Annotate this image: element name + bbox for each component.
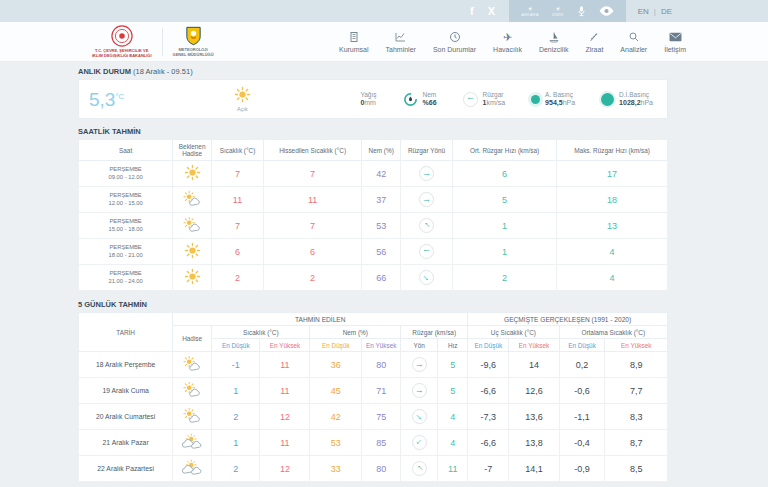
nav-item-denizcilik[interactable]: Denizcilik xyxy=(539,31,569,53)
city-weather-ankara[interactable]: ☀ ANKARA xyxy=(521,6,539,17)
daily-avg-min-cell: -0,4 xyxy=(559,430,605,456)
hourly-time-cell: PERŞEMBE21.00 - 24.00 xyxy=(79,265,173,291)
facebook-icon[interactable]: f xyxy=(470,6,474,17)
lang-en[interactable]: EN xyxy=(638,7,649,16)
daily-hum-min-cell: 36 xyxy=(310,352,362,378)
pressure-dot-large-icon xyxy=(601,93,614,106)
nav-item-tahminler[interactable]: Tahminler xyxy=(386,31,416,53)
nav-item-ziraat[interactable]: Ziraat xyxy=(585,31,603,53)
language-switch: EN | DE xyxy=(638,7,672,16)
hourly-humidity-cell: 66 xyxy=(362,265,401,291)
wind-direction-icon: → xyxy=(412,409,427,424)
nav-item-havacilik[interactable]: ✈ Havacılık xyxy=(493,31,522,53)
current-metrics: Yağış 0mm Nem %66 → Rüzgar 1km/sa A. Bas… xyxy=(360,91,653,108)
current-conditions-card: 5,3°C Açık Yağış 0mm Nem %66 → Rüzgar 1k… xyxy=(78,79,668,119)
accessibility-eye-icon[interactable] xyxy=(599,6,614,16)
nav-item-kurumsal[interactable]: Kurumsal xyxy=(339,31,369,53)
daily-hum-max-cell: 85 xyxy=(362,430,401,456)
mgm-logo[interactable]: METEOROLOJİ GENEL MÜDÜRLÜĞÜ xyxy=(173,26,214,57)
daily-wind-speed-cell: 4 xyxy=(438,404,468,430)
hourly-wind-max-cell: 17 xyxy=(557,161,668,187)
mostly-cloudy-icon xyxy=(181,459,203,476)
hourly-time-cell: PERŞEMBE09.00 - 12.00 xyxy=(79,161,173,187)
sunny-icon xyxy=(234,86,251,103)
daily-temp-max-cell: 11 xyxy=(260,352,310,378)
daily-temp-max-cell: 12 xyxy=(260,456,310,482)
hourly-feels-cell: 7 xyxy=(263,161,361,187)
daily-avg-max-cell: 8,5 xyxy=(605,456,668,482)
metric-3: A. Basınç 954,5hPa xyxy=(531,91,575,108)
x-twitter-icon[interactable]: X xyxy=(488,6,495,17)
daily-extreme-min-cell: -7,3 xyxy=(468,404,509,430)
col-temp-max: En Yüksek xyxy=(260,339,310,352)
hourly-temp-cell: 7 xyxy=(212,213,264,239)
humidity-gauge-icon xyxy=(403,92,418,107)
chart-icon xyxy=(394,31,407,44)
daily-avg-max-cell: 8,3 xyxy=(605,404,668,430)
current-condition: Açık xyxy=(234,86,251,113)
daily-wind-speed-cell: 5 xyxy=(438,352,468,378)
daily-extreme-max-cell: 14 xyxy=(509,352,559,378)
nav-item-son-durumlar[interactable]: Son Durumlar xyxy=(433,31,476,53)
daily-avg-min-cell: -0,6 xyxy=(559,378,605,404)
sunny-icon xyxy=(184,164,201,181)
metric-1: Nem %66 xyxy=(403,91,437,108)
top-utility-bar: f X ☀ ANKARA ☀ İZMİR EN | DE xyxy=(0,0,768,22)
hourly-wind-max-cell: 4 xyxy=(557,265,668,291)
hourly-time-cell: PERŞEMBE18.00 - 21.00 xyxy=(79,239,173,265)
wind-direction-icon: → xyxy=(412,357,427,372)
daily-condition-cell xyxy=(173,404,212,430)
daily-row: 21 Aralık Pazar 1 11 53 85 → 4 -6,6 13,8… xyxy=(79,430,668,456)
daily-condition-cell xyxy=(173,378,212,404)
col-hum-min: En Düşük xyxy=(310,339,362,352)
daily-temp-min-cell: 1 xyxy=(212,378,260,404)
hourly-row: PERŞEMBE21.00 - 24.00 2 2 66 → 2 4 xyxy=(79,265,668,291)
hourly-row: PERŞEMBE12.00 - 15.00 11 11 37 → 5 18 xyxy=(79,187,668,213)
lang-separator: | xyxy=(654,7,656,16)
col-extreme-temp: Uç Sıcaklık (°C) xyxy=(468,326,559,339)
logo-group: T.C. ÇEVRE, ŞEHİRCİLİK VE İKLİM DEĞİŞİKL… xyxy=(92,25,214,58)
daily-extreme-min-cell: -9,6 xyxy=(468,352,509,378)
current-temperature: 5,3°C xyxy=(89,90,124,109)
hourly-col-header: Nem (%) xyxy=(362,140,401,161)
wind-direction-icon: → xyxy=(419,166,434,181)
daily-extreme-max-cell: 13,8 xyxy=(509,430,559,456)
lang-de[interactable]: DE xyxy=(661,7,672,16)
hourly-wind-dir-cell: → xyxy=(401,239,453,265)
hourly-wind-avg-cell: 5 xyxy=(452,187,556,213)
partly-cloudy-icon xyxy=(182,190,202,207)
hourly-wind-dir-cell: → xyxy=(401,213,453,239)
daily-temp-min-cell: 2 xyxy=(212,404,260,430)
ministry-logo[interactable]: T.C. ÇEVRE, ŞEHİRCİLİK VE İKLİM DEĞİŞİKL… xyxy=(92,25,152,58)
col-wind: Rüzgar (km/sa) xyxy=(401,326,468,339)
partly-cloudy-icon xyxy=(182,381,202,398)
col-humidity: Nem (%) xyxy=(310,326,401,339)
partly-cloudy-icon xyxy=(182,216,202,233)
wind-direction-icon: → xyxy=(419,244,434,259)
microphone-icon[interactable] xyxy=(577,5,586,18)
mini-sun-icon: ☀ xyxy=(527,6,532,12)
site-header: T.C. ÇEVRE, ŞEHİRCİLİK VE İKLİM DEĞİŞİKL… xyxy=(0,22,768,62)
daily-wind-dir-cell: → xyxy=(401,456,438,482)
city-weather-izmir[interactable]: ☀ İZMİR xyxy=(552,6,564,17)
daily-hum-max-cell: 80 xyxy=(362,456,401,482)
hourly-condition-cell xyxy=(173,187,212,213)
hourly-wind-max-cell: 18 xyxy=(557,187,668,213)
daily-hum-min-cell: 42 xyxy=(310,404,362,430)
daily-wind-speed-cell: 11 xyxy=(438,456,468,482)
group-forecast: TAHMİN EDİLEN xyxy=(173,313,468,326)
daily-temp-min-cell: 1 xyxy=(212,430,260,456)
building-icon xyxy=(348,31,360,44)
mini-sun-icon: ☀ xyxy=(555,6,560,12)
daily-date-cell: 21 Aralık Pazar xyxy=(79,430,173,456)
hourly-row: PERŞEMBE15.00 - 18.00 7 7 53 → 1 13 xyxy=(79,213,668,239)
hourly-wind-max-cell: 4 xyxy=(557,239,668,265)
daily-extreme-min-cell: -7 xyxy=(468,456,509,482)
col-wind-speed: Hız xyxy=(438,339,468,352)
nav-item-i̇letisim[interactable]: İletişim xyxy=(664,31,686,53)
hourly-humidity-cell: 56 xyxy=(362,239,401,265)
daily-hum-min-cell: 53 xyxy=(310,430,362,456)
daily-row: 18 Aralık Perşembe -1 11 36 80 → 5 -9,6 … xyxy=(79,352,668,378)
nav-item-analizler[interactable]: Analizler xyxy=(620,31,647,53)
hourly-feels-cell: 11 xyxy=(263,187,361,213)
